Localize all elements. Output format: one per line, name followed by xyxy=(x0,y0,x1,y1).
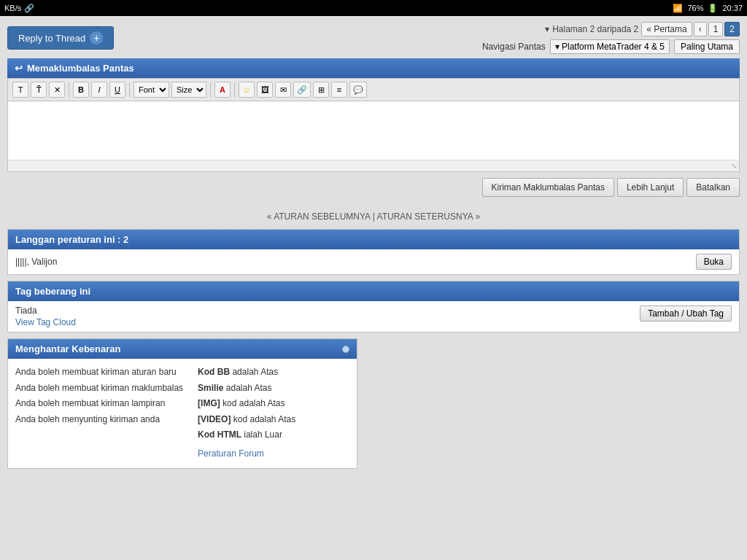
italic-button[interactable]: I xyxy=(91,82,107,98)
view-tag-cloud-link[interactable]: View Tag Cloud xyxy=(15,317,76,327)
page-dropdown-arrow: ▾ xyxy=(545,24,549,34)
plus-icon: + xyxy=(90,31,103,44)
page-2-link[interactable]: 2 xyxy=(724,22,740,36)
time-display: 20:37 xyxy=(722,4,743,12)
subscribe-body: |||||, Valijon Buka xyxy=(8,249,739,274)
reply-section-header: ↩ Memaklumbalas Pantas xyxy=(7,58,740,78)
reply-label: Reply to Thread xyxy=(18,33,85,44)
code-item: [IMG] kod adalah Atas xyxy=(198,396,295,412)
info-header: Menghantar Kebenaran xyxy=(8,339,357,359)
code-item: Smilie adalah Atas xyxy=(198,381,295,397)
tag-title: Tag beberang ini xyxy=(15,286,90,297)
list-button[interactable]: ≡ xyxy=(331,82,347,98)
editor-toolbar: T T̄ ✕ B I U Font Size A ☺ 🖼 ✉ 🔗 ⊞ ≡ 💬 xyxy=(8,79,739,101)
speech-button[interactable]: 💬 xyxy=(349,82,367,98)
tag-header: Tag beberang ini xyxy=(8,281,739,301)
underline-button[interactable]: U xyxy=(109,82,125,98)
submit-reply-button[interactable]: Kiriman Maklumbalas Pantas xyxy=(482,178,614,197)
bold-button[interactable]: B xyxy=(73,82,89,98)
toolbar-separator-4 xyxy=(234,82,235,97)
tag-content: Tiada View Tag Cloud xyxy=(15,306,76,327)
buka-button[interactable]: Buka xyxy=(696,254,732,270)
more-button[interactable]: Lebih Lanjut xyxy=(617,178,684,197)
info-dot xyxy=(342,346,349,353)
email-button[interactable]: ✉ xyxy=(275,82,291,98)
paling-utama-button[interactable]: Paling Utama xyxy=(674,39,740,54)
cancel-button[interactable]: Batalkan xyxy=(686,178,740,197)
status-kb: KB/s xyxy=(4,4,21,12)
info-body: Anda boleh membuat kiriman aturan baruAn… xyxy=(8,359,357,468)
code-item: [VIDEO] kod adalah Atas xyxy=(198,412,295,428)
permission-item: Anda boleh membuat kiriman lampiran xyxy=(15,396,183,412)
toolbar-text1-btn[interactable]: T xyxy=(12,82,28,98)
editor-container: T T̄ ✕ B I U Font Size A ☺ 🖼 ✉ 🔗 ⊞ ≡ 💬 xyxy=(7,78,740,172)
reply-to-thread-button[interactable]: Reply to Thread + xyxy=(7,26,114,50)
permission-item: Anda boleh membuat kiriman maklumbalas xyxy=(15,381,183,397)
font-select[interactable]: Font xyxy=(133,82,169,98)
signal-icon: 📶 xyxy=(673,4,683,13)
permissions-col: Anda boleh membuat kiriman aturan baruAn… xyxy=(15,365,183,462)
codes-col: Kod BB adalah AtasSmilie adalah Atas[IMG… xyxy=(198,365,295,462)
nav-pantas: Navigasi Pantas ▾ Platform MetaTrader 4 … xyxy=(482,39,740,54)
color-button[interactable]: A xyxy=(214,82,231,98)
next-aturan-link[interactable]: ATURAN SETERUSNYA » xyxy=(377,211,481,222)
info-panel: Menghantar Kebenaran Anda boleh membuat … xyxy=(7,338,357,469)
no-tag-label: Tiada xyxy=(15,306,37,316)
editor-text-area[interactable] xyxy=(8,101,739,160)
permission-item: Anda boleh membuat kiriman aturan baru xyxy=(15,365,183,381)
battery-icon: 🔋 xyxy=(708,4,718,13)
status-bar-right: 📶 76% 🔋 20:37 xyxy=(673,4,743,13)
prev-aturan-link[interactable]: « ATURAN SEBELUMNYA xyxy=(267,211,371,222)
editor-resize-handle[interactable]: ⤡ xyxy=(8,160,739,171)
smile-button[interactable]: ☺ xyxy=(239,82,255,98)
link-button[interactable]: 🔗 xyxy=(293,82,311,98)
toolbar-clear-btn[interactable]: ✕ xyxy=(49,82,65,98)
pagination-area: ▾ Halaman 2 daripada 2 « Pertama ‹ 1 2 N… xyxy=(482,22,740,54)
reply-section-title: Memaklumbalas Pantas xyxy=(27,63,134,74)
first-page-link[interactable]: « Pertama xyxy=(641,22,692,36)
forum-rules-link[interactable]: Peraturan Forum xyxy=(198,446,295,462)
page-nav: « Pertama ‹ 1 2 xyxy=(641,22,740,36)
size-select[interactable]: Size xyxy=(171,82,206,98)
battery-level: 76% xyxy=(687,4,703,12)
permission-item: Anda boleh menyunting kiriman anda xyxy=(15,412,183,428)
status-bar: KB/s 🔗 📶 76% 🔋 20:37 xyxy=(0,0,747,16)
subscribe-header: Langgan peraturan ini : 2 xyxy=(8,230,739,249)
toolbar-separator-3 xyxy=(210,82,211,97)
tag-panel: Tag beberang ini Tiada View Tag Cloud Ta… xyxy=(7,281,740,332)
page-info-text: Halaman 2 daripada 2 xyxy=(552,24,638,34)
reply-arrow-icon: ↩ xyxy=(15,63,23,74)
toolbar-text2-btn[interactable]: T̄ xyxy=(31,82,47,98)
tambah-tag-button[interactable]: Tambah / Ubah Tag xyxy=(640,306,732,322)
status-icon: 🔗 xyxy=(24,4,34,13)
image-button[interactable]: 🖼 xyxy=(257,82,273,98)
code-item: Kod BB adalah Atas xyxy=(198,365,295,381)
nav-pantas-label: Navigasi Pantas xyxy=(482,42,546,52)
nav-platform-dropdown[interactable]: ▾ Platform MetaTrader 4 & 5 xyxy=(550,39,670,54)
table-button[interactable]: ⊞ xyxy=(313,82,329,98)
toolbar-separator-1 xyxy=(69,82,69,97)
info-title: Menghantar Kebenaran xyxy=(15,343,120,354)
subscribe-title: Langgan peraturan ini : 2 xyxy=(15,234,128,245)
toolbar-separator-2 xyxy=(129,82,130,97)
subscribe-users: |||||, Valijon xyxy=(15,257,57,267)
nav-links: « ATURAN SEBELUMNYA | ATURAN SETERUSNYA … xyxy=(7,204,740,229)
subscribe-panel: Langgan peraturan ini : 2 |||||, Valijon… xyxy=(7,229,740,275)
page-1-link[interactable]: 1 xyxy=(708,22,724,36)
main-wrapper: Reply to Thread + ▾ Halaman 2 daripada 2… xyxy=(0,16,747,560)
top-bar: Reply to Thread + ▾ Halaman 2 daripada 2… xyxy=(7,22,740,54)
tag-body: Tiada View Tag Cloud Tambah / Ubah Tag xyxy=(8,301,739,332)
prev-page-link[interactable]: ‹ xyxy=(694,22,707,36)
status-bar-left: KB/s 🔗 xyxy=(4,4,34,13)
code-item: Kod HTML ialah Luar xyxy=(198,427,295,443)
page-info: ▾ Halaman 2 daripada 2 « Pertama ‹ 1 2 xyxy=(545,22,740,36)
action-buttons: Kiriman Maklumbalas Pantas Lebih Lanjut … xyxy=(7,178,740,197)
